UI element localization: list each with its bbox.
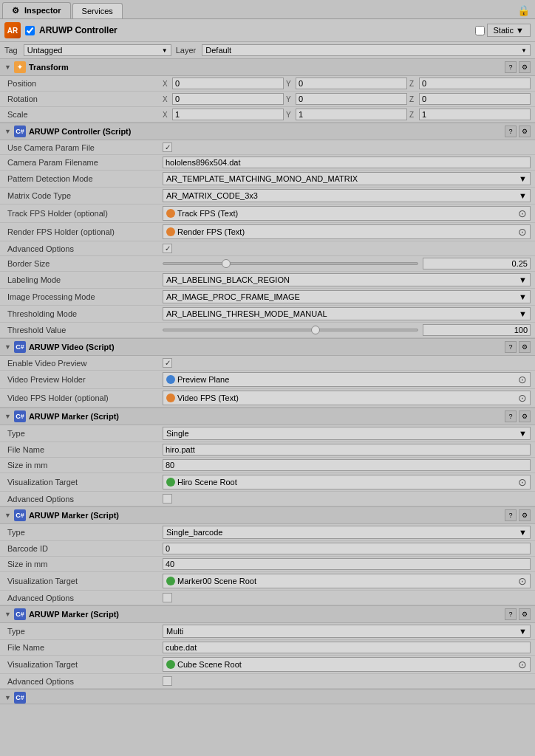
scale-x-input[interactable] (172, 109, 284, 120)
matrix-code-dropdown[interactable]: AR_MATRIX_CODE_3x3 ▼ (163, 189, 531, 202)
matrix-code-row: Matrix Code Type AR_MATRIX_CODE_3x3 ▼ (0, 188, 535, 205)
track-fps-value: Track FPS (Text) (177, 209, 238, 218)
preview-holder-label: Video Preview Holder (7, 375, 163, 384)
video-settings-btn[interactable]: ⚙ (519, 341, 531, 353)
rotation-x-input[interactable] (172, 93, 284, 105)
marker3-viz-field[interactable]: Cube Scene Root ⊙ (163, 657, 531, 672)
controller-help-btn[interactable]: ? (505, 126, 517, 137)
scale-x-label: X (163, 111, 170, 119)
static-dropdown[interactable]: Static ▼ (487, 24, 531, 37)
marker3-help-btn[interactable]: ? (505, 608, 517, 620)
labeling-mode-dropdown[interactable]: AR_LABELING_BLACK_REGION ▼ (163, 273, 531, 286)
marker2-header[interactable]: ▼ C# ARUWP Marker (Script) ? ⚙ (0, 507, 535, 524)
marker3-type-dropdown[interactable]: Multi ▼ (163, 625, 531, 638)
marker2-advanced-checkbox[interactable] (163, 593, 172, 602)
rotation-z-input[interactable] (419, 93, 531, 105)
position-y-input[interactable] (296, 78, 407, 89)
thresholding-mode-dropdown[interactable]: AR_LABELING_THRESH_MODE_MANUAL ▼ (163, 307, 531, 320)
marker2-viz-field[interactable]: Marker00 Scene Root ⊙ (163, 574, 531, 588)
video-fps-field[interactable]: Video FPS (Text) ⊙ (163, 391, 531, 405)
marker1-advanced-checkbox[interactable] (163, 494, 172, 504)
tab-inspector-label: Inspector (24, 6, 61, 15)
camera-param-filename-input[interactable] (163, 157, 531, 168)
controller-header[interactable]: ▼ C# ARUWP Controller (Script) ? ⚙ (0, 123, 535, 140)
scale-y-input[interactable] (296, 109, 407, 120)
marker1-size-input[interactable] (163, 459, 531, 471)
partial-header[interactable]: ▼ C# (0, 690, 535, 704)
layer-dropdown[interactable]: Default ▼ (202, 44, 531, 56)
marker3-advanced-label: Advanced Options (7, 677, 163, 686)
pattern-detection-value: AR_TEMPLATE_MATCHING_MONO_AND_MATRIX (166, 174, 358, 183)
marker3-advanced-checkbox[interactable] (163, 676, 172, 686)
active-checkbox[interactable] (25, 26, 35, 35)
border-size-track[interactable] (163, 262, 418, 265)
marker1-help-btn[interactable]: ? (505, 410, 517, 422)
tab-inspector[interactable]: ⚙ Inspector (2, 2, 71, 18)
transform-settings-btn[interactable]: ⚙ (519, 61, 531, 73)
preview-holder-field[interactable]: Preview Plane ⊙ (163, 372, 531, 387)
tag-arrow: ▼ (162, 47, 168, 54)
marker3-header[interactable]: ▼ C# ARUWP Marker (Script) ? ⚙ (0, 606, 535, 623)
partial-section: ▼ C# (0, 690, 535, 704)
render-fps-field[interactable]: Render FPS (Text) ⊙ (163, 224, 531, 239)
marker1-type-dropdown[interactable]: Single ▼ (163, 427, 531, 440)
marker2-settings-btn[interactable]: ⚙ (519, 509, 531, 521)
advanced-options-checkbox[interactable]: ✓ (163, 244, 172, 253)
pattern-detection-arrow: ▼ (519, 174, 527, 183)
controller-settings-btn[interactable]: ⚙ (519, 126, 531, 137)
header-row: AR ARUWP Controller Static ▼ (0, 19, 535, 42)
threshold-thumb[interactable] (311, 326, 320, 334)
render-fps-dot: ⊙ (518, 226, 527, 238)
marker2-advanced-row: Advanced Options (0, 591, 535, 605)
marker2-type-row: Type Single_barcode ▼ (0, 524, 535, 541)
tag-value: Untagged (27, 46, 63, 55)
marker2-viz-icon (166, 577, 175, 585)
scale-z-input[interactable] (419, 109, 531, 120)
position-x-input[interactable] (172, 78, 284, 89)
video-fps-value: Video FPS (Text) (177, 394, 239, 402)
video-fps-label: Video FPS Holder (optional) (7, 394, 163, 402)
layer-value: Default (205, 46, 231, 55)
marker2-type-dropdown[interactable]: Single_barcode ▼ (163, 526, 531, 539)
video-header[interactable]: ▼ C# ARUWP Video (Script) ? ⚙ (0, 339, 535, 356)
marker2-barcode-input[interactable] (163, 543, 531, 554)
marker1-viz-field[interactable]: Hiro Scene Root ⊙ (163, 475, 531, 489)
marker1-settings-btn[interactable]: ⚙ (519, 410, 531, 422)
transform-header[interactable]: ▼ ✦ Transform ? ⚙ (0, 59, 535, 76)
rotation-y-input[interactable] (296, 93, 407, 105)
threshold-track[interactable] (163, 329, 418, 331)
border-size-thumb[interactable] (222, 259, 231, 268)
marker3-triangle: ▼ (4, 611, 11, 618)
position-z-input[interactable] (419, 78, 531, 89)
use-camera-param-checkbox[interactable]: ✓ (163, 142, 172, 152)
preview-holder-row: Video Preview Holder Preview Plane ⊙ (0, 371, 535, 389)
tab-services[interactable]: Services (72, 3, 123, 18)
image-processing-dropdown[interactable]: AR_IMAGE_PROC_FRAME_IMAGE ▼ (163, 290, 531, 303)
border-size-value[interactable] (423, 258, 531, 269)
use-camera-param-label: Use Camera Param File (7, 143, 163, 152)
tag-dropdown[interactable]: Untagged ▼ (24, 44, 171, 56)
track-fps-field[interactable]: Track FPS (Text) ⊙ (163, 206, 531, 221)
marker1-size-row: Size in mm (0, 458, 535, 473)
marker1-viz-dot: ⊙ (518, 476, 527, 488)
use-camera-param-row: Use Camera Param File ✓ (0, 140, 535, 155)
image-processing-row: Image Processing Mode AR_IMAGE_PROC_FRAM… (0, 289, 535, 306)
static-checkbox[interactable] (475, 26, 485, 35)
marker1-advanced-row: Advanced Options (0, 492, 535, 506)
video-help-btn[interactable]: ? (505, 341, 517, 353)
marker1-header[interactable]: ▼ C# ARUWP Marker (Script) ? ⚙ (0, 408, 535, 425)
border-size-label: Border Size (7, 259, 163, 268)
threshold-value[interactable] (423, 324, 531, 336)
lock-icon[interactable]: 🔒 (517, 4, 530, 16)
marker3-settings-btn[interactable]: ⚙ (519, 608, 531, 620)
marker3-filename-input[interactable] (163, 642, 531, 653)
thresholding-mode-label: Thresholding Mode (7, 309, 163, 318)
enable-preview-checkbox[interactable]: ✓ (163, 358, 172, 368)
marker2-help-btn[interactable]: ? (505, 509, 517, 521)
marker1-filename-input[interactable] (163, 444, 531, 456)
marker3-viz-label: Visualization Target (7, 660, 163, 669)
pattern-detection-dropdown[interactable]: AR_TEMPLATE_MATCHING_MONO_AND_MATRIX ▼ (163, 172, 531, 185)
rot-z-label: Z (409, 95, 417, 103)
marker2-size-input[interactable] (163, 558, 531, 570)
transform-help-btn[interactable]: ? (505, 61, 517, 73)
